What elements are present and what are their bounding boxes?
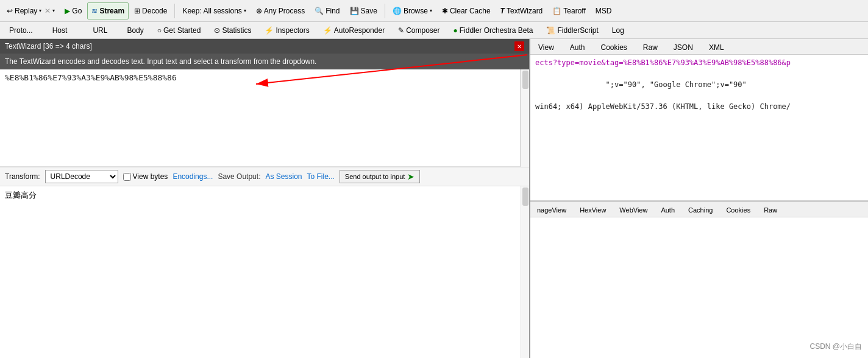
tab-get-started[interactable]: ○ Get Started <box>151 23 208 38</box>
view-bytes-checkbox[interactable] <box>123 173 131 181</box>
inspectors-icon: ⚡ <box>265 26 274 35</box>
output-scrollbar[interactable] <box>521 186 529 358</box>
transform-label: Transform: <box>5 172 40 181</box>
fiddler-icon: ● <box>454 26 458 35</box>
tearoff-button[interactable]: 📋 Tearoff <box>548 2 589 19</box>
process-icon: ⊕ <box>256 7 262 15</box>
get-started-icon: ○ <box>157 26 162 35</box>
wizard-output-textarea[interactable] <box>0 186 521 358</box>
browse-icon: 🌐 <box>393 7 402 15</box>
fiddlerscript-icon: 📜 <box>546 26 555 35</box>
close-icon: ✕ <box>44 7 51 15</box>
input-scrollbar[interactable] <box>521 69 529 167</box>
replay-dropdown-arrow: ▾ <box>39 8 41 13</box>
content-line-4 <box>535 90 863 101</box>
right-tab-imageview[interactable]: nageView <box>530 202 573 217</box>
right-upper-tabbar: View Auth Cookies Raw JSON XML <box>530 39 868 55</box>
wizard-input-wrapper <box>0 69 529 167</box>
wizard-info-text: The TextWizard encodes and decodes text.… <box>5 57 316 66</box>
wizard-title-bar: TextWizard [36 => 4 chars] ✕ <box>0 39 529 54</box>
content-line-2 <box>535 68 863 79</box>
textwizard-icon: T <box>500 7 505 15</box>
send-icon: ➤ <box>407 172 414 181</box>
encodings-button[interactable]: Encodings... <box>173 172 213 181</box>
tab-autoresponder[interactable]: ⚡ AutoResponder <box>316 23 391 38</box>
content-line-1: ects?type=movie&tag=%E8%B1%86%E7%93%A3%E… <box>535 57 863 68</box>
right-tab-auth2[interactable]: Auth <box>654 202 681 217</box>
textwizard-button[interactable]: T TextWizard <box>496 2 547 19</box>
right-content-area: ects?type=movie&tag=%E8%B1%86%E7%93%A3%E… <box>530 55 868 200</box>
right-lower-content <box>530 217 868 358</box>
wizard-close-button[interactable]: ✕ <box>514 41 524 51</box>
find-button[interactable]: 🔍 Find <box>310 2 344 19</box>
wizard-output-wrapper <box>0 186 529 358</box>
input-scrollbar-thumb <box>522 71 528 89</box>
right-tab-caching[interactable]: Caching <box>681 202 719 217</box>
tab-host[interactable]: Host <box>40 23 80 38</box>
replay-button[interactable]: ↩ Replay ▾ ✕ ▾ <box>2 2 59 19</box>
msd-button[interactable]: MSD <box>591 2 616 19</box>
right-tab-hexview[interactable]: HexView <box>573 202 613 217</box>
keep-dropdown: ▾ <box>244 8 246 13</box>
right-panel: View Auth Cookies Raw JSON XML ects?type… <box>530 39 868 358</box>
stream-icon: ≋ <box>91 7 98 15</box>
main-content: TextWizard [36 => 4 chars] ✕ The TextWiz… <box>0 39 868 358</box>
tab-log[interactable]: Log <box>605 23 631 38</box>
right-tab-cookies2[interactable]: Cookies <box>719 202 757 217</box>
tab-fiddler-orchestra[interactable]: ● Fiddler Orchestra Beta <box>447 23 540 38</box>
right-tab-raw[interactable]: Raw <box>635 40 666 54</box>
autoresponder-icon: ⚡ <box>323 26 332 35</box>
right-tab-auth[interactable]: Auth <box>562 40 593 54</box>
clear-cache-button[interactable]: ✱ Clear Cache <box>438 2 495 19</box>
main-toolbar: ↩ Replay ▾ ✕ ▾ ▶ Go ≋ Stream ⊞ Decode Ke… <box>0 0 868 22</box>
dropdown-arrow2: ▾ <box>52 8 55 13</box>
wizard-title: TextWizard [36 => 4 chars] <box>5 42 92 51</box>
right-tab-raw2[interactable]: Raw <box>757 202 784 217</box>
tab-fiddler-script[interactable]: 📜 FiddlerScript <box>539 23 605 38</box>
clear-cache-icon: ✱ <box>442 7 448 15</box>
main-tabbar: Proto... Host URL Body ○ Get Started ⊙ S… <box>0 22 868 39</box>
wizard-controls-bar: Transform: URLDecode URLEncode Base64 De… <box>0 167 529 186</box>
tab-composer[interactable]: ✎ Composer <box>391 23 446 38</box>
tab-url[interactable]: URL <box>80 23 120 38</box>
sep1 <box>174 4 175 18</box>
right-tab-webview[interactable]: WebView <box>613 202 654 217</box>
right-lower-tabbar: nageView HexView WebView Auth Caching Co… <box>530 202 868 217</box>
statistics-icon: ⊙ <box>214 26 220 35</box>
right-tab-xml[interactable]: XML <box>701 40 732 54</box>
save-button[interactable]: 💾 Save <box>346 2 382 19</box>
find-icon: 🔍 <box>315 7 324 15</box>
wizard-input-textarea[interactable] <box>0 69 521 167</box>
content-line-3: ";v="90", "Google Chrome";v="90" <box>535 79 863 90</box>
save-icon: 💾 <box>350 7 359 15</box>
save-output-label: Save Output: <box>218 172 260 181</box>
transform-select[interactable]: URLDecode URLEncode Base64 Decode Base64… <box>45 170 118 183</box>
browse-button[interactable]: 🌐 Browse ▾ <box>388 2 436 19</box>
as-session-button[interactable]: As Session <box>265 172 302 181</box>
go-button[interactable]: ▶ Go <box>60 2 86 19</box>
tab-body[interactable]: Body <box>120 23 150 38</box>
decode-button[interactable]: ⊞ Decode <box>130 2 171 19</box>
output-scrollbar-thumb <box>522 188 528 206</box>
stream-button[interactable]: ≋ Stream <box>87 2 129 19</box>
to-file-button[interactable]: To File... <box>307 172 335 181</box>
keep-button[interactable]: Keep: All sessions ▾ <box>178 2 250 19</box>
go-icon: ▶ <box>65 7 70 15</box>
wizard-info-bar: The TextWizard encodes and decodes text.… <box>0 54 529 69</box>
replay-icon: ↩ <box>7 7 13 15</box>
process-button[interactable]: ⊕ Any Process <box>252 2 309 19</box>
right-tab-json[interactable]: JSON <box>666 40 701 54</box>
sep2 <box>385 4 385 18</box>
tearoff-icon: 📋 <box>552 7 561 15</box>
send-output-button[interactable]: Send output to input ➤ <box>340 170 420 183</box>
tab-statistics[interactable]: ⊙ Statistics <box>207 23 258 38</box>
textwizard-panel: TextWizard [36 => 4 chars] ✕ The TextWiz… <box>0 39 530 358</box>
view-bytes-checkbox-label[interactable]: View bytes <box>123 172 168 181</box>
tab-inspectors[interactable]: ⚡ Inspectors <box>258 23 316 38</box>
send-output-label: Send output to input <box>345 173 405 180</box>
content-line-5: win64; x64) AppleWebKit/537.36 (KHTML, l… <box>535 101 863 112</box>
decode-icon: ⊞ <box>134 7 140 15</box>
right-tab-cookies[interactable]: Cookies <box>592 40 635 54</box>
tab-proto[interactable]: Proto... <box>2 23 40 38</box>
right-tab-view[interactable]: View <box>530 40 562 54</box>
